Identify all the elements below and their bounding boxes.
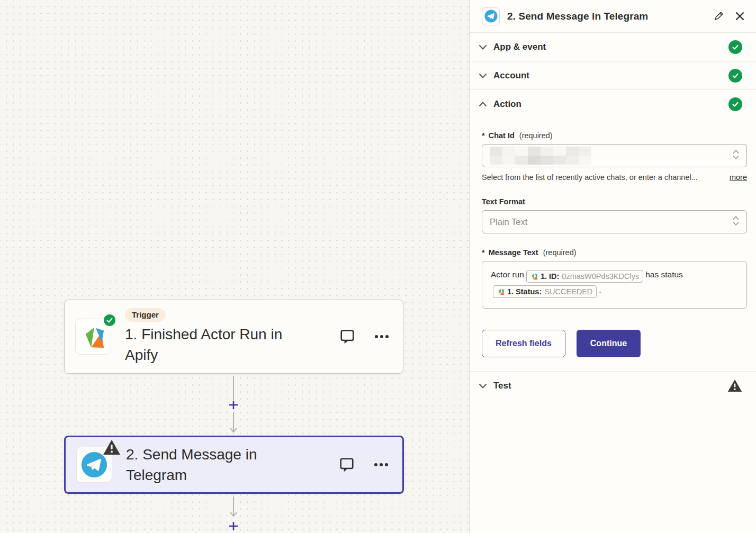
plus-icon [228,400,239,410]
section-action[interactable]: Action [470,90,756,119]
apify-logo-icon [497,288,505,295]
message-text-suffix: . [599,285,601,294]
action-section-content: * Chat Id (required) Select from the lis… [470,119,756,357]
step-menu-button[interactable] [374,463,389,467]
add-step-button[interactable] [228,400,239,410]
connector-arrow [229,412,238,435]
message-text-middle: has status [645,270,683,279]
text-format-label: Text Format [482,197,525,206]
message-text-prefix: Actor run [491,270,524,279]
step-card-trigger[interactable]: Trigger 1. Finished Actor Run in Apify [64,300,403,374]
check-icon [732,72,739,79]
chat-id-select[interactable] [482,144,747,167]
zap-editor: Trigger 1. Finished Actor Run in Apify [0,0,756,533]
section-label: App & event [493,42,546,52]
step-success-badge [102,313,117,328]
step-comment-button[interactable] [339,457,355,473]
plus-icon [228,521,239,531]
text-format-value: Plain Text [490,217,527,227]
add-step-button[interactable] [228,521,239,531]
close-panel-button[interactable] [735,12,744,21]
select-caret-icon [732,149,740,162]
check-icon [732,101,739,108]
token-label: 1. Status: [507,285,542,299]
continue-button[interactable]: Continue [577,330,641,357]
apify-logo-icon [530,273,538,280]
close-icon [735,12,744,21]
required-note: (required) [519,131,553,140]
required-marker: * [482,248,485,257]
step-settings-panel: 2. Send Message in Telegram App & e [469,0,756,533]
step-card-action-selected[interactable]: 2. Send Message in Telegram [64,436,404,494]
telegram-logo-icon [484,9,498,23]
comment-bubble-icon [339,457,355,473]
token-value: 0zmasW0Pds3KDClys [562,269,639,284]
message-text-label: Message Text [489,248,538,257]
section-complete-badge [728,40,742,54]
chevron-down-icon [479,382,487,390]
message-text-label-row: * Message Text (required) [482,248,747,257]
step-title: 2. Send Message in Telegram [126,444,312,485]
section-label: Action [493,99,521,110]
section-label: Account [493,70,529,81]
chevron-down-icon [479,71,487,80]
telegram-app-icon [482,7,500,25]
panel-header: 2. Send Message in Telegram [470,0,756,33]
chevron-down-icon [479,43,487,51]
section-label: Test [493,381,511,391]
panel-title: 2. Send Message in Telegram [507,11,648,22]
workflow-canvas[interactable]: Trigger 1. Finished Actor Run in Apify [0,0,470,533]
section-test[interactable]: Test [470,371,756,400]
ellipsis-icon [374,463,389,467]
required-note: (required) [543,248,577,257]
token-label: 1. ID: [541,269,559,284]
field-token-run-id[interactable]: 1. ID:0zmasW0Pds3KDClys [526,270,643,283]
field-token-run-status[interactable]: 1. Status:SUCCEEDED [493,285,597,298]
message-text-field[interactable]: Actor run1. ID:0zmasW0Pds3KDClyshas stat… [482,261,747,309]
step-comment-button[interactable] [339,329,355,345]
warning-triangle-icon [727,379,742,392]
apify-app-icon [75,319,111,355]
text-format-label-row: Text Format [482,197,747,206]
select-caret-icon [732,215,740,229]
chat-id-label: Chat Id [489,131,515,140]
chevron-up-icon [479,100,487,109]
token-value: SUCCEEDED [544,285,592,299]
required-marker: * [482,131,485,140]
section-complete-badge [728,69,742,83]
trigger-badge: Trigger [125,308,166,322]
connector-line [233,376,234,400]
check-icon [106,317,113,324]
rename-step-button[interactable] [714,11,724,21]
refresh-fields-button[interactable]: Refresh fields [482,330,565,357]
telegram-app-icon [76,447,112,483]
pencil-icon [714,11,724,21]
section-app-event[interactable]: App & event [470,33,756,61]
more-link[interactable]: more [730,173,747,182]
comment-bubble-icon [339,329,355,345]
step-warning-badge [103,439,121,457]
section-complete-badge [728,97,742,111]
warning-triangle-icon [103,439,121,455]
apify-logo-icon [81,324,105,349]
check-icon [732,43,739,51]
step-title: 1. Finished Actor Run in Apify [125,324,311,365]
chat-id-redacted-value [490,147,591,165]
step-menu-button[interactable] [374,335,389,339]
chat-id-helper-text: Select from the list of recently active … [482,173,698,182]
section-account[interactable]: Account [470,61,756,90]
chat-id-label-row: * Chat Id (required) [482,131,747,140]
text-format-select[interactable]: Plain Text [482,210,747,233]
connector-arrow [229,496,238,519]
ellipsis-icon [374,335,389,339]
